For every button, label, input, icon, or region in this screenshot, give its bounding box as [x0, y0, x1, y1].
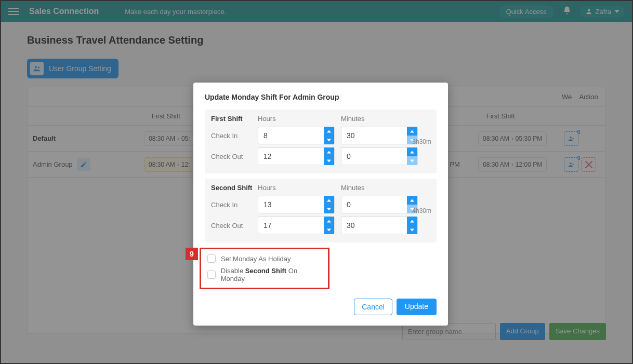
modal-title: Update Monday Shift For Admin Group — [205, 93, 437, 101]
s1-checkin-hours-input[interactable]: 8 — [258, 127, 335, 144]
spin-up-icon — [407, 217, 417, 225]
spin-up-icon — [407, 127, 417, 136]
spin-down-icon — [407, 225, 417, 234]
s1-checkin-minutes-input[interactable]: 30 — [341, 127, 418, 144]
holiday-label: Set Monday As Holiday — [221, 255, 291, 263]
second-shift-block: Second Shift Hours Minutes Check In 13 0… — [205, 179, 437, 242]
spin-down-icon — [324, 205, 334, 213]
update-button[interactable]: Update — [397, 299, 437, 315]
spin-up-icon — [324, 127, 334, 136]
spin-down-icon — [324, 136, 334, 144]
check-in-label: Check In — [211, 132, 258, 140]
minutes-label: Minutes — [341, 115, 424, 123]
minutes-label: Minutes — [341, 184, 424, 192]
spin-up-icon — [407, 196, 417, 205]
s2-checkout-hours-input[interactable]: 17 — [258, 217, 335, 234]
spin-up-icon — [324, 217, 334, 225]
second-shift-label: Second Shift — [211, 184, 258, 192]
cancel-button[interactable]: Cancel — [354, 299, 392, 315]
hours-label: Hours — [258, 184, 341, 192]
holiday-checkbox[interactable] — [207, 254, 216, 263]
disable-second-shift-label: Disable Second Shift On Monday — [221, 267, 322, 282]
second-shift-duration: 4h30m — [412, 207, 431, 214]
first-shift-duration: 3h30m — [412, 138, 431, 145]
spin-up-icon — [324, 147, 334, 156]
spin-down-icon — [324, 156, 334, 165]
s1-checkout-minutes-input[interactable]: 0 — [341, 147, 418, 165]
hours-label: Hours — [258, 115, 341, 123]
first-shift-block: First Shift Hours Minutes Check In 8 30 … — [205, 110, 437, 173]
spin-up-icon — [407, 147, 417, 156]
check-out-label: Check Out — [211, 153, 258, 160]
spin-up-icon — [324, 196, 334, 205]
spin-down-icon — [407, 156, 417, 165]
s2-checkin-minutes-input[interactable]: 0 — [341, 196, 418, 213]
s2-checkin-hours-input[interactable]: 13 — [258, 196, 335, 213]
first-shift-label: First Shift — [211, 115, 258, 123]
check-in-label: Check In — [211, 201, 258, 209]
update-shift-modal: Update Monday Shift For Admin Group Firs… — [193, 83, 448, 326]
disable-second-shift-checkbox[interactable] — [207, 271, 216, 279]
s1-checkout-hours-input[interactable]: 12 — [258, 147, 335, 165]
s2-checkout-minutes-input[interactable]: 30 — [341, 217, 418, 234]
check-out-label: Check Out — [211, 222, 258, 230]
step-badge: 9 — [186, 248, 198, 260]
spin-down-icon — [324, 225, 334, 234]
checkbox-highlight-area: 9 Set Monday As Holiday Disable Second S… — [200, 248, 329, 289]
